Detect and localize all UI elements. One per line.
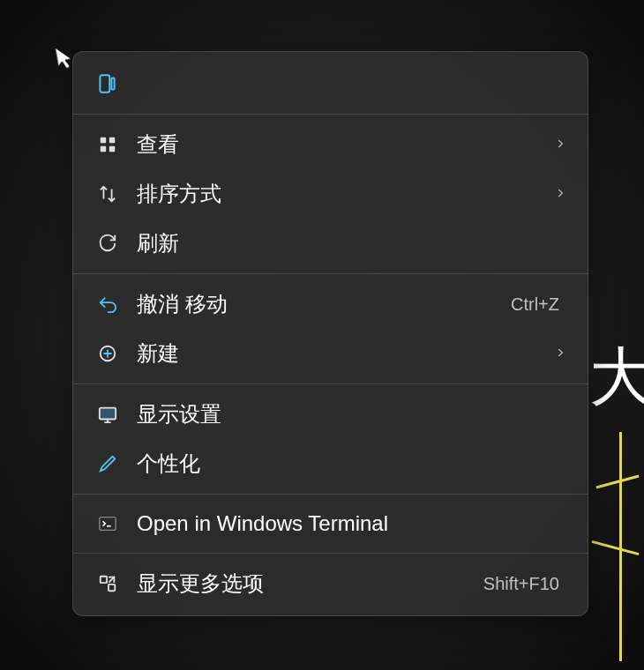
personalize-icon: [94, 450, 121, 477]
menu-label: 新建: [137, 339, 554, 368]
menu-shortcut: Ctrl+Z: [511, 294, 559, 315]
menu-label: 显示更多选项: [137, 570, 483, 598]
context-menu-top-actions: [73, 59, 588, 108]
svg-rect-5: [109, 146, 115, 152]
menu-item-view[interactable]: 查看: [73, 120, 588, 169]
svg-rect-2: [101, 138, 106, 143]
svg-rect-7: [100, 408, 116, 420]
chevron-right-icon: [554, 345, 566, 363]
sort-icon: [94, 181, 121, 207]
chevron-right-icon: [554, 136, 566, 154]
background-text: 大: [589, 335, 644, 420]
menu-label: 个性化: [137, 450, 566, 478]
svg-rect-3: [109, 138, 115, 143]
menu-item-sort[interactable]: 排序方式: [73, 169, 588, 219]
menu-shortcut: Shift+F10: [483, 574, 559, 594]
new-icon: [94, 340, 121, 367]
terminal-icon: [94, 510, 121, 537]
layout-icon[interactable]: [89, 66, 124, 101]
cursor-pointer: [55, 45, 77, 76]
undo-icon: [94, 291, 121, 317]
menu-divider: [73, 114, 588, 115]
desktop-context-menu: 查看 排序方式 刷新: [72, 51, 588, 616]
menu-label: 显示设置: [137, 400, 566, 428]
svg-rect-1: [111, 78, 114, 90]
menu-label: 查看: [137, 130, 554, 159]
menu-label: 刷新: [137, 229, 566, 257]
menu-item-new[interactable]: 新建: [73, 329, 588, 378]
menu-item-display-settings[interactable]: 显示设置: [73, 390, 588, 439]
background-decoration: [592, 540, 640, 555]
menu-label: 撤消 移动: [137, 290, 511, 318]
menu-item-refresh[interactable]: 刷新: [73, 219, 588, 268]
svg-rect-9: [101, 577, 107, 583]
menu-label: Open in Windows Terminal: [137, 511, 566, 536]
background-decoration: [595, 475, 639, 489]
menu-item-personalize[interactable]: 个性化: [73, 439, 588, 488]
menu-label: 排序方式: [137, 180, 554, 208]
chevron-right-icon: [554, 185, 566, 204]
more-icon: [94, 570, 121, 597]
menu-divider: [73, 494, 588, 495]
menu-divider: [73, 383, 588, 384]
display-icon: [94, 401, 121, 428]
menu-item-terminal[interactable]: Open in Windows Terminal: [73, 500, 588, 547]
background-decoration: [619, 432, 622, 661]
refresh-icon: [94, 230, 121, 257]
svg-rect-10: [109, 584, 115, 591]
svg-rect-8: [100, 517, 116, 531]
grid-icon: [94, 131, 121, 158]
menu-item-undo[interactable]: 撤消 移动 Ctrl+Z: [73, 279, 588, 329]
menu-item-more-options[interactable]: 显示更多选项 Shift+F10: [73, 559, 588, 608]
menu-divider: [73, 553, 588, 554]
svg-rect-0: [100, 75, 109, 93]
menu-divider: [73, 273, 588, 274]
svg-rect-4: [101, 146, 106, 152]
